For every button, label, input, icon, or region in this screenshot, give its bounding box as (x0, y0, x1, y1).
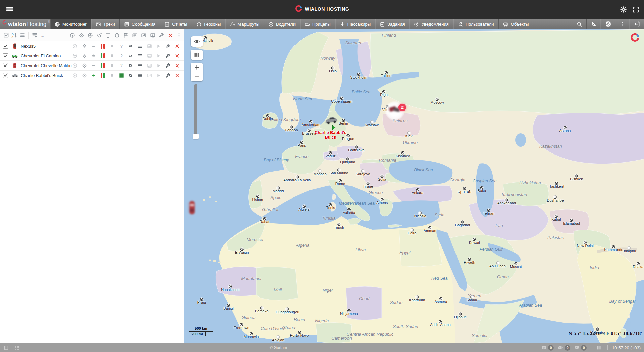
unit-marker-buick[interactable] (324, 116, 338, 124)
unit-properties-icon[interactable] (136, 52, 144, 59)
data-flow-icon[interactable] (126, 72, 135, 79)
unit-settings-icon[interactable] (164, 42, 172, 50)
map-layers-button[interactable] (191, 50, 203, 60)
remove-unit-icon[interactable] (173, 52, 181, 59)
quick-track-icon[interactable] (154, 42, 163, 50)
settings-column-icon[interactable] (157, 32, 165, 39)
video-column-icon[interactable] (149, 32, 157, 39)
locate-unit-icon[interactable] (80, 72, 89, 79)
zoom-slider[interactable] (194, 84, 197, 137)
tab-отчеты[interactable]: Отчеты (160, 19, 192, 29)
zoom-slider-handle[interactable] (193, 134, 199, 139)
map-loading-spinner-icon (630, 33, 639, 42)
zoom-in-button[interactable] (191, 63, 203, 72)
remove-column-icon[interactable] (166, 32, 174, 39)
locate-unit-icon[interactable] (80, 52, 89, 59)
unit-name[interactable]: Charlie Babbit's Buick (21, 73, 63, 78)
driver-column-icon[interactable] (68, 32, 76, 39)
datalink-column-icon[interactable] (104, 32, 112, 39)
data-flow-icon[interactable] (126, 52, 135, 59)
work-list-icon[interactable] (18, 32, 26, 39)
quick-track-icon[interactable] (154, 52, 163, 59)
tab-пользователи[interactable]: Пользователи (453, 19, 499, 29)
unit-marker-blurred-car[interactable] (188, 200, 195, 215)
search-icon[interactable] (572, 19, 586, 29)
panel-toggle-icon[interactable] (0, 343, 11, 352)
apps-grid-icon[interactable] (601, 19, 615, 29)
tab-маршруты[interactable]: Маршруты (225, 19, 264, 29)
cluster-count-badge[interactable]: 2 (398, 104, 406, 111)
remove-unit-icon[interactable] (173, 42, 181, 50)
tab-уведомления[interactable]: Уведомления (409, 19, 453, 29)
locate-unit-icon[interactable] (80, 42, 89, 50)
fullscreen-icon[interactable] (632, 6, 639, 13)
more-vertical-icon[interactable] (615, 19, 630, 29)
unit-checkbox[interactable] (3, 63, 8, 68)
unit-photo-icon[interactable] (145, 62, 154, 69)
unit-settings-icon[interactable] (164, 72, 172, 79)
unit-checkbox[interactable] (3, 44, 8, 49)
driver-state-icon[interactable] (71, 72, 79, 79)
add-units-icon[interactable] (31, 32, 39, 39)
location-column-icon[interactable] (77, 32, 86, 39)
tab-водители[interactable]: Водители (264, 19, 300, 29)
unit-row-chevrolet-chevelle-malibu[interactable]: Chevrolet Chevelle Malibu ? (0, 61, 184, 71)
wialon-hosting-logo[interactable]: wialon Hosting ® (0, 19, 50, 29)
driver-state-icon[interactable] (71, 62, 79, 69)
tab-мониторинг[interactable]: Мониторинг (50, 19, 91, 29)
more-vertical-icon[interactable] (175, 32, 183, 39)
data-flow-icon[interactable] (126, 42, 135, 50)
tab-прицепы[interactable]: Прицепы (300, 19, 335, 29)
messages-column-icon[interactable] (131, 32, 139, 39)
unit-checkbox[interactable] (3, 53, 8, 58)
copyright[interactable]: © Gurtam (270, 345, 287, 350)
map[interactable]: North SeaBaltic SeaBay of BiscayBlack Se… (184, 29, 644, 343)
quick-track-icon[interactable] (154, 62, 163, 69)
unit-properties-icon[interactable] (136, 72, 144, 79)
locate-unit-icon[interactable] (80, 62, 89, 69)
unit-row-chevrolet-el-camino[interactable]: Chevrolet El Camino ? (0, 51, 184, 61)
sort-az-icon[interactable]: AZ (10, 32, 18, 39)
visibility-eye-button[interactable] (191, 36, 203, 47)
hamburger-menu-icon[interactable] (5, 5, 14, 13)
driver-state-icon[interactable] (71, 42, 79, 50)
layout-toggle-icon[interactable] (593, 343, 604, 352)
tab-геозоны[interactable]: Геозоны (192, 19, 225, 29)
zoom-out-button[interactable] (191, 72, 203, 81)
unit-settings-icon[interactable] (164, 62, 172, 69)
unit-row-nexus5[interactable]: Nexus5 ? (0, 41, 184, 51)
photo-column-icon[interactable] (140, 32, 148, 39)
unit-photo-icon[interactable] (145, 72, 154, 79)
tab-треки[interactable]: Треки (91, 19, 120, 29)
select-all-checkbox-icon[interactable] (2, 32, 10, 39)
tab-пассажиры[interactable]: Пассажиры (335, 19, 375, 29)
unit-photo-icon[interactable] (145, 52, 154, 59)
show-all-units-icon[interactable]: All (39, 32, 47, 39)
remove-unit-icon[interactable] (173, 72, 181, 79)
measure-icon[interactable] (586, 19, 601, 29)
motion-column-icon[interactable] (86, 32, 94, 39)
trips-column-icon[interactable] (122, 32, 130, 39)
accuracy-bar (103, 63, 105, 68)
quick-track-icon[interactable] (154, 72, 163, 79)
tab-задания[interactable]: Задания (375, 19, 409, 29)
unit-properties-icon[interactable] (136, 42, 144, 50)
settings-gear-icon[interactable] (620, 6, 627, 13)
unit-properties-icon[interactable] (136, 62, 144, 69)
driver-state-icon[interactable] (71, 52, 79, 59)
logout-icon[interactable] (630, 19, 644, 29)
tab-объекты[interactable]: Объекты (499, 19, 534, 29)
grid-view-icon[interactable] (11, 343, 23, 352)
remove-unit-icon[interactable] (173, 62, 181, 69)
connection-column-icon[interactable] (95, 32, 103, 39)
unit-name[interactable]: Nexus5 (21, 44, 36, 49)
actuality-column-icon[interactable] (113, 32, 121, 39)
tab-сообщения[interactable]: Сообщения (120, 19, 160, 29)
unit-checkbox[interactable] (3, 73, 8, 78)
unit-photo-icon[interactable] (145, 42, 154, 50)
unit-row-charlie-babbit-s-buick[interactable]: Charlie Babbit's Buick (0, 71, 184, 80)
data-flow-icon[interactable] (126, 62, 135, 69)
unit-name[interactable]: Chevrolet El Camino (21, 53, 61, 58)
unit-name[interactable]: Chevrolet Chevelle Malibu (21, 63, 72, 68)
unit-settings-icon[interactable] (164, 52, 172, 59)
